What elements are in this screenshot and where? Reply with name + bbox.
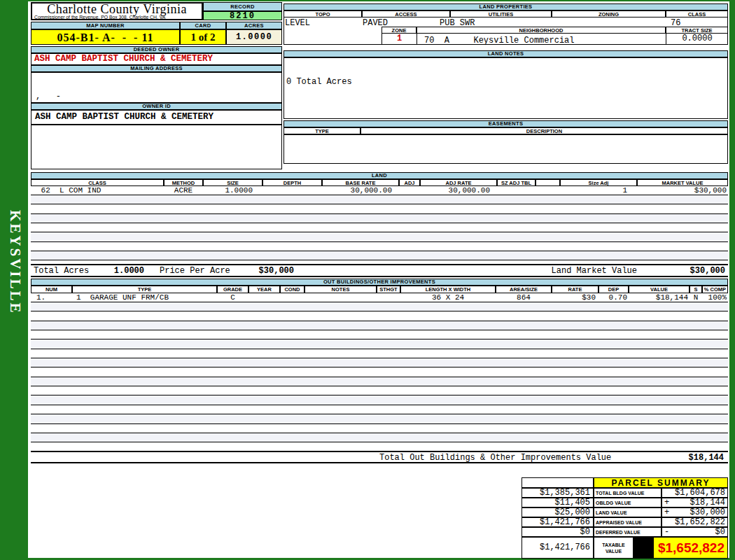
access-label: ACCESS bbox=[362, 10, 450, 18]
outbuildings-columns: NUM TYPE GRADE YEAR COND NOTES STHGT LEN… bbox=[31, 286, 728, 293]
parcel-summary-title: PARCEL SUMMARY bbox=[594, 477, 728, 488]
summary-value-appraised-cell: $1,652,822 bbox=[662, 517, 728, 527]
summary-prior-land: $25,000 bbox=[522, 507, 594, 517]
district-label: KEYSVILLE bbox=[6, 210, 24, 315]
land-col-market-value: MARKET VALUE bbox=[637, 179, 728, 186]
summary-value-deferred-cell: - $0 bbox=[662, 527, 728, 537]
zone-columns: ZONE NEIGHBORHOOD TRACT SIZE bbox=[382, 27, 728, 34]
land-col-blank bbox=[536, 179, 560, 186]
ob-row-s: N bbox=[690, 293, 702, 302]
land-row-market-value: $30,000 bbox=[637, 186, 728, 195]
tract-size-label: TRACT SIZE bbox=[666, 27, 728, 34]
land-row: 62 L COM IND ACRE 1.0000 30,000.00 30,00… bbox=[31, 186, 728, 195]
neighborhood-label: NEIGHBORHOOD bbox=[416, 27, 666, 34]
land-total-row: Total Acres 1.0000 Price Per Acre $30,00… bbox=[31, 264, 728, 277]
neighborhood-code: 70 A bbox=[417, 36, 449, 46]
summary-value-land-cell: + $30,000 bbox=[662, 507, 728, 517]
total-acres-value: 1.0000 bbox=[80, 266, 144, 276]
summary-label-land: LAND VALUE bbox=[594, 507, 662, 517]
land-empty-rows bbox=[31, 195, 728, 260]
ob-row-length-width: 36 X 24 bbox=[400, 293, 496, 302]
ob-row-rate: $30 bbox=[552, 293, 598, 302]
summary-label-total-bldg: TOTAL BLDG VALUE bbox=[594, 488, 662, 498]
tract-size-value: 0.0000 bbox=[666, 34, 728, 45]
summary-taxable-value: $1,652,822 bbox=[653, 537, 728, 559]
outbuildings-empty-rows bbox=[31, 302, 728, 451]
ob-col-year: YEAR bbox=[248, 286, 280, 293]
summary-sign-obldg: + bbox=[662, 498, 669, 507]
mailing-address-value: , - bbox=[36, 92, 61, 102]
topo-value: LEVEL bbox=[285, 18, 310, 28]
ob-row-area-size: 864 bbox=[496, 293, 552, 302]
ob-col-cond: COND bbox=[280, 286, 304, 293]
land-row-depth bbox=[262, 186, 322, 195]
map-number-value: 054-B1- A- - - 11 bbox=[31, 29, 180, 45]
summary-label-deferred: DEFERRED VALUE bbox=[594, 527, 662, 537]
acres-label: ACRES bbox=[226, 22, 282, 29]
outbuildings-header: OUT BUILDINGS/OTHER IMPROVEMENTS bbox=[31, 279, 728, 286]
land-col-adj-rate: ADJ RATE bbox=[420, 179, 497, 186]
ob-row-value: $18,144 bbox=[629, 293, 690, 302]
ob-row-pct-comp: 100% bbox=[702, 293, 728, 302]
outbuilding-row: 1. 1 GARAGE UNF FRM/CB C 36 X 24 864 $30… bbox=[31, 293, 728, 302]
summary-value-land: $30,000 bbox=[690, 508, 727, 517]
ob-col-dep: DEP bbox=[598, 286, 629, 293]
ob-col-area-size: AREA/SIZE bbox=[496, 286, 552, 293]
summary-sign-deferred: - bbox=[662, 528, 669, 536]
outbuildings-total-label: Total Out Buildings & Other Improvements… bbox=[379, 453, 611, 463]
ob-col-length-width: LENGTH X WIDTH bbox=[400, 286, 496, 293]
ob-col-value: VALUE bbox=[629, 286, 690, 293]
outbuildings-total-row: Total Out Buildings & Other Improvements… bbox=[31, 451, 728, 463]
land-row-sz-adj-tbl bbox=[497, 186, 536, 195]
easement-description-label: DESCRIPTION bbox=[360, 127, 728, 134]
property-record-card: KEYSVILLE Charlotte County Virginia Comm… bbox=[0, 0, 735, 560]
ob-row-num: 1. bbox=[31, 293, 72, 302]
zone-label: ZONE bbox=[382, 27, 416, 34]
summary-prior-obldg: $11,405 bbox=[522, 498, 594, 507]
zone-value: 1 bbox=[382, 34, 416, 45]
land-col-sz-adj-tbl: SZ ADJ TBL bbox=[497, 179, 536, 186]
ob-col-rate: RATE bbox=[552, 286, 598, 293]
summary-label-obldg: OBLDG VALUE bbox=[594, 498, 662, 507]
land-properties-columns: TOPO ACCESS UTILITIES ZONING CLASS bbox=[284, 10, 728, 18]
outbuildings-total-value: $18,144 bbox=[612, 453, 724, 463]
land-row-adj bbox=[399, 186, 420, 195]
ob-col-s: S bbox=[690, 286, 702, 293]
land-row-class: 62 L COM IND bbox=[31, 186, 164, 195]
summary-value-obldg: $18,144 bbox=[690, 498, 727, 507]
summary-label-taxable: TAXABLE VALUE bbox=[594, 537, 634, 559]
ob-col-type: TYPE bbox=[72, 286, 217, 293]
acres-value: 1.0000 bbox=[226, 29, 282, 45]
owner-id-value: ASH CAMP BAPTIST CHURCH & CEMETERY bbox=[31, 110, 282, 125]
land-note-text: 0 Total Acres bbox=[286, 77, 352, 87]
land-columns: CLASS METHOD SIZE DEPTH BASE RATE ADJ AD… bbox=[31, 179, 728, 186]
summary-value-obldg-cell: + $18,144 bbox=[662, 498, 728, 507]
land-row-blank bbox=[536, 186, 560, 195]
summary-sign-total-bldg bbox=[662, 489, 664, 497]
ob-row-type: 1 GARAGE UNF FRM/CB bbox=[72, 293, 217, 302]
easements-columns: TYPE DESCRIPTION bbox=[284, 127, 728, 134]
ob-row-sthgt bbox=[377, 293, 400, 302]
land-properties-header: LAND PROPERTIES bbox=[284, 4, 728, 10]
easements-header: EASEMENTS bbox=[284, 120, 728, 127]
zone-values-row: 1 70 A Keysville Commercial 0.0000 bbox=[382, 34, 728, 45]
county-header-box: Charlotte County Virginia Commissioner o… bbox=[31, 2, 203, 20]
neighborhood-cell: 70 A Keysville Commercial bbox=[416, 34, 666, 45]
mailing-address-box: , - bbox=[31, 72, 282, 103]
land-market-value: $30,000 bbox=[641, 266, 725, 276]
summary-taxable-spacer bbox=[634, 537, 653, 559]
record-value: 8210 bbox=[203, 11, 282, 20]
summary-prior-appraised: $1,421,766 bbox=[522, 517, 594, 527]
easement-type-label: TYPE bbox=[284, 127, 360, 134]
class-label: CLASS bbox=[666, 10, 728, 18]
land-col-depth: DEPTH bbox=[262, 179, 322, 186]
land-row-method: ACRE bbox=[164, 186, 203, 195]
county-title: Charlotte County Virginia bbox=[32, 4, 202, 15]
ob-col-grade: GRADE bbox=[217, 286, 248, 293]
summary-value-deferred: $0 bbox=[715, 528, 727, 536]
card-value[interactable]: 1 of 2 bbox=[180, 29, 226, 45]
land-col-size-adj: Size Adj bbox=[560, 179, 637, 186]
record-label: RECORD bbox=[203, 2, 282, 11]
summary-value-total-bldg-cell: $1,604,678 bbox=[662, 488, 728, 498]
summary-value-appraised: $1,652,822 bbox=[675, 518, 727, 526]
